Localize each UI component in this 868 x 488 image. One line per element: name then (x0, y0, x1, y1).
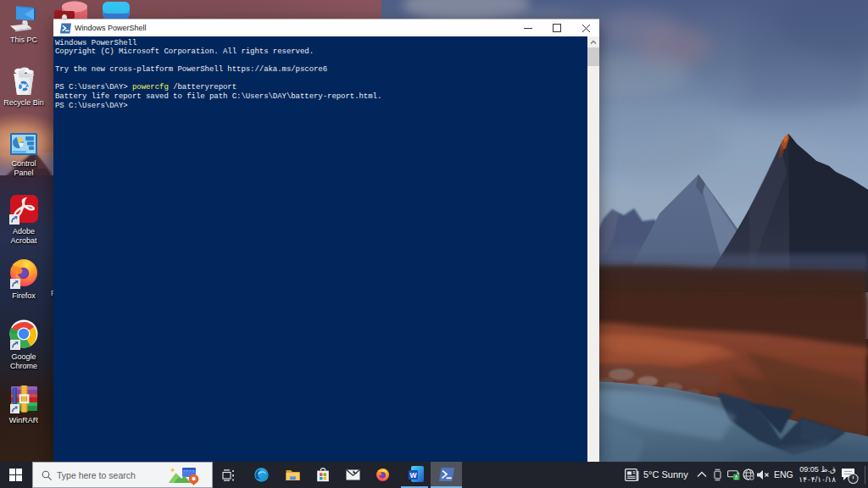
svg-text:W: W (409, 471, 417, 480)
